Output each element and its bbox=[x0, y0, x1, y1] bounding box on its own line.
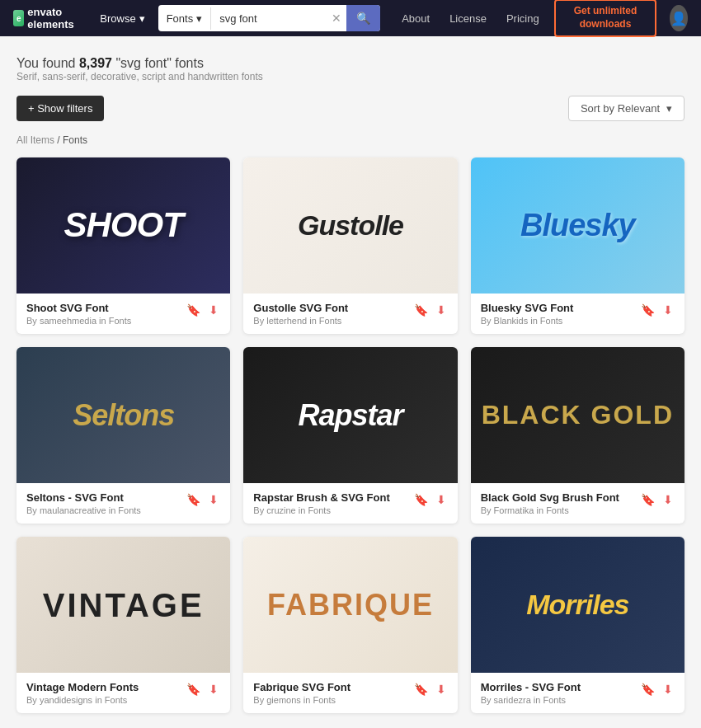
bookmark-button-seltons[interactable]: 🔖 bbox=[185, 491, 202, 508]
bookmark-icon-seltons: 🔖 bbox=[186, 493, 200, 506]
bookmark-icon-vintage: 🔖 bbox=[186, 683, 200, 696]
download-button-seltons[interactable]: ⬇ bbox=[207, 491, 220, 508]
font-card-seltons[interactable]: Seltons Seltons - SVG Font By maulanacre… bbox=[16, 347, 230, 524]
download-button-bluesky[interactable]: ⬇ bbox=[661, 302, 675, 318]
font-author-morriles: By saridezra in Fonts bbox=[481, 695, 633, 705]
bookmark-button-gustolle[interactable]: 🔖 bbox=[412, 302, 430, 318]
font-thumb-text-seltons: Seltons bbox=[64, 391, 182, 440]
font-author-link-morriles[interactable]: saridezra bbox=[494, 695, 531, 705]
font-meta-rapstar: Rapstar Brush & SVG Font By cruzine in F… bbox=[253, 491, 405, 515]
font-meta-fabrique: Fabrique SVG Font By giemons in Fonts bbox=[253, 681, 405, 705]
font-actions-blackgold: 🔖 ⬇ bbox=[639, 491, 675, 508]
font-info-fabrique: Fabrique SVG Font By giemons in Fonts 🔖 … bbox=[243, 673, 457, 713]
bookmark-button-vintage[interactable]: 🔖 bbox=[185, 681, 202, 697]
bookmark-button-blackgold[interactable]: 🔖 bbox=[639, 491, 656, 508]
search-clear-button[interactable]: ✕ bbox=[327, 8, 346, 28]
font-card-shoot[interactable]: SHOOT Shoot SVG Font By sameehmedia in F… bbox=[16, 157, 230, 334]
cta-button[interactable]: Get unlimited downloads bbox=[554, 0, 657, 37]
search-type-label: Fonts bbox=[167, 12, 194, 25]
font-name-morriles: Morriles - SVG Font bbox=[481, 681, 633, 693]
download-button-fabrique[interactable]: ⬇ bbox=[435, 681, 448, 697]
sort-button[interactable]: Sort by Relevant ▾ bbox=[568, 96, 685, 121]
download-button-gustolle[interactable]: ⬇ bbox=[435, 302, 448, 318]
font-info-rapstar: Rapstar Brush & SVG Font By cruzine in F… bbox=[243, 483, 457, 524]
font-actions-gustolle: 🔖 ⬇ bbox=[412, 302, 448, 318]
breadcrumb-all-items[interactable]: All Items bbox=[16, 134, 54, 146]
download-button-rapstar[interactable]: ⬇ bbox=[435, 491, 448, 508]
bookmark-icon-blackgold: 🔖 bbox=[641, 493, 655, 506]
results-count: You found 8,397 "svg font" fonts bbox=[16, 56, 685, 71]
font-author-vintage: By yandidesigns in Fonts bbox=[26, 695, 178, 705]
font-card-morriles[interactable]: Morriles Morriles - SVG Font By saridezr… bbox=[471, 537, 685, 713]
font-thumb-shoot: SHOOT bbox=[16, 157, 230, 294]
font-card-blackgold[interactable]: BLACK GOLD Black Gold Svg Brush Font By … bbox=[471, 347, 685, 524]
search-type-button[interactable]: Fonts ▾ bbox=[158, 7, 212, 30]
font-actions-morriles: 🔖 ⬇ bbox=[639, 681, 675, 697]
font-thumb-morriles: Morriles bbox=[471, 537, 685, 673]
main-content: You found 8,397 "svg font" fonts Serif, … bbox=[0, 36, 701, 728]
bookmark-icon-shoot: 🔖 bbox=[186, 303, 200, 317]
download-icon-vintage: ⬇ bbox=[209, 683, 219, 696]
bookmark-button-morriles[interactable]: 🔖 bbox=[639, 681, 656, 697]
font-meta-seltons: Seltons - SVG Font By maulanacreative in… bbox=[26, 491, 178, 515]
bookmark-button-fabrique[interactable]: 🔖 bbox=[412, 681, 430, 697]
font-card-gustolle[interactable]: Gustolle Gustolle SVG Font By letterhend… bbox=[243, 157, 457, 334]
bookmark-icon-rapstar: 🔖 bbox=[414, 493, 428, 506]
search-submit-button[interactable]: 🔍 bbox=[346, 5, 380, 31]
font-author-link-shoot[interactable]: sameehmedia bbox=[40, 316, 96, 326]
bookmark-button-rapstar[interactable]: 🔖 bbox=[412, 491, 430, 508]
font-author-link-rapstar[interactable]: cruzine bbox=[266, 505, 295, 515]
font-thumb-rapstar: Rapstar bbox=[243, 347, 457, 483]
nav-link-license[interactable]: License bbox=[441, 7, 495, 30]
font-card-bluesky[interactable]: Bluesky Bluesky SVG Font By Blankids in … bbox=[471, 157, 685, 334]
font-actions-vintage: 🔖 ⬇ bbox=[185, 681, 220, 697]
sort-chevron-icon: ▾ bbox=[666, 102, 672, 115]
font-name-gustolle: Gustolle SVG Font bbox=[253, 302, 405, 314]
font-author-link-blackgold[interactable]: Formatika bbox=[494, 505, 534, 515]
browse-label: Browse bbox=[100, 12, 135, 25]
font-card-fabrique[interactable]: FABRIQUE Fabrique SVG Font By giemons in… bbox=[243, 537, 457, 713]
font-name-blackgold: Black Gold Svg Brush Font bbox=[481, 491, 633, 504]
font-name-rapstar: Rapstar Brush & SVG Font bbox=[253, 491, 405, 504]
bookmark-button-shoot[interactable]: 🔖 bbox=[185, 302, 202, 318]
font-thumb-text-shoot: SHOOT bbox=[55, 198, 191, 252]
search-icon: 🔍 bbox=[356, 12, 370, 25]
bookmark-icon-fabrique: 🔖 bbox=[414, 683, 428, 696]
logo-icon: e bbox=[13, 10, 24, 26]
font-card-vintage[interactable]: VINTAGE Vintage Modern Fonts By yandides… bbox=[16, 537, 230, 713]
font-author-link-vintage[interactable]: yandidesigns bbox=[40, 695, 92, 705]
font-author-blackgold: By Formatika in Fonts bbox=[481, 505, 633, 515]
font-thumb-bluesky: Bluesky bbox=[471, 157, 685, 294]
site-logo[interactable]: e envato elements bbox=[13, 6, 83, 31]
bookmark-icon-gustolle: 🔖 bbox=[414, 303, 428, 317]
font-info-blackgold: Black Gold Svg Brush Font By Formatika i… bbox=[471, 483, 685, 524]
font-author-link-fabrique[interactable]: giemons bbox=[266, 695, 301, 705]
font-actions-rapstar: 🔖 ⬇ bbox=[412, 491, 448, 508]
download-button-vintage[interactable]: ⬇ bbox=[207, 681, 220, 697]
avatar[interactable]: 👤 bbox=[670, 5, 688, 31]
nav-link-about[interactable]: About bbox=[393, 7, 438, 30]
download-icon-morriles: ⬇ bbox=[663, 683, 673, 696]
font-card-rapstar[interactable]: Rapstar Rapstar Brush & SVG Font By cruz… bbox=[243, 347, 457, 524]
font-thumb-text-vintage: VINTAGE bbox=[35, 579, 213, 632]
search-input[interactable] bbox=[211, 7, 327, 30]
download-button-shoot[interactable]: ⬇ bbox=[207, 302, 220, 318]
font-thumb-gustolle: Gustolle bbox=[243, 157, 457, 294]
font-author-seltons: By maulanacreative in Fonts bbox=[26, 505, 178, 515]
nav-links: About License Pricing bbox=[393, 7, 548, 30]
filter-label: + Show filters bbox=[28, 102, 92, 115]
font-author-link-gustolle[interactable]: letterhend bbox=[266, 316, 307, 326]
download-button-morriles[interactable]: ⬇ bbox=[661, 681, 675, 697]
font-meta-blackgold: Black Gold Svg Brush Font By Formatika i… bbox=[481, 491, 633, 515]
download-icon-blackgold: ⬇ bbox=[663, 493, 673, 506]
nav-link-pricing[interactable]: Pricing bbox=[498, 7, 548, 30]
filter-button[interactable]: + Show filters bbox=[16, 96, 104, 121]
font-name-shoot: Shoot SVG Font bbox=[26, 302, 178, 314]
browse-button[interactable]: Browse ▾ bbox=[93, 9, 151, 28]
font-author-link-bluesky[interactable]: Blankids bbox=[494, 316, 529, 326]
font-author-link-seltons[interactable]: maulanacreative bbox=[40, 505, 106, 515]
download-button-blackgold[interactable]: ⬇ bbox=[661, 491, 675, 508]
font-name-seltons: Seltons - SVG Font bbox=[26, 491, 178, 504]
font-actions-shoot: 🔖 ⬇ bbox=[185, 302, 220, 318]
bookmark-button-bluesky[interactable]: 🔖 bbox=[639, 302, 656, 318]
